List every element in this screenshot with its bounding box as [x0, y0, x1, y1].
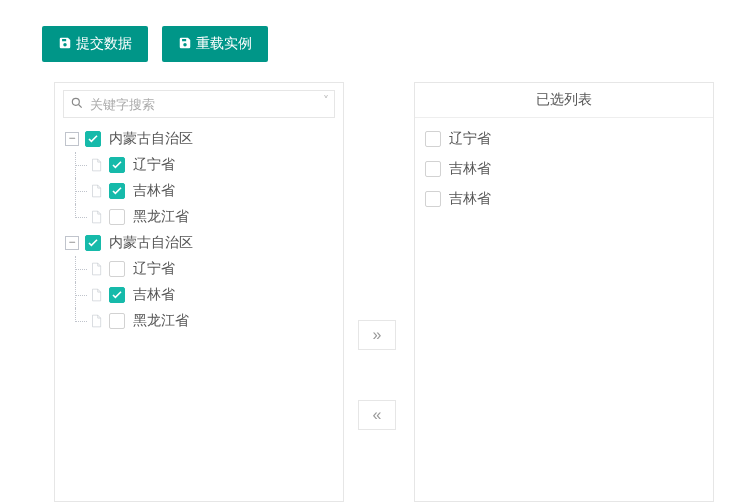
checkbox[interactable] — [109, 287, 125, 303]
checkbox[interactable] — [425, 131, 441, 147]
selected-list-panel: 已选列表 辽宁省 吉林省 吉林省 — [414, 82, 714, 502]
file-icon — [89, 314, 103, 328]
file-icon — [89, 210, 103, 224]
transfer-left-button[interactable]: « — [358, 400, 396, 430]
source-tree-panel: ˅ − 内蒙古自治区 辽宁省 吉林省 黑龙江省 − — [54, 82, 344, 502]
svg-line-1 — [79, 105, 82, 108]
chevron-double-right-icon: » — [373, 326, 382, 344]
checkbox[interactable] — [109, 157, 125, 173]
checkbox[interactable] — [109, 313, 125, 329]
tree-child-node[interactable]: 黑龙江省 — [61, 204, 337, 230]
tree: − 内蒙古自治区 辽宁省 吉林省 黑龙江省 − 内蒙古自治区 — [55, 122, 343, 340]
submit-button-label: 提交数据 — [76, 35, 132, 53]
tree-root-node[interactable]: − 内蒙古自治区 — [61, 230, 337, 256]
file-icon — [89, 184, 103, 198]
tree-node-label: 辽宁省 — [133, 260, 175, 278]
tree-node-label: 黑龙江省 — [133, 312, 189, 330]
tree-root-node[interactable]: − 内蒙古自治区 — [61, 126, 337, 152]
expander-icon[interactable]: − — [65, 132, 79, 146]
selected-list: 辽宁省 吉林省 吉林省 — [415, 118, 713, 220]
tree-node-label: 辽宁省 — [133, 156, 175, 174]
chevron-double-left-icon: « — [373, 406, 382, 424]
tree-child-node[interactable]: 吉林省 — [61, 178, 337, 204]
submit-button[interactable]: 提交数据 — [42, 26, 148, 62]
tree-node-label: 内蒙古自治区 — [109, 234, 193, 252]
reload-button-label: 重载实例 — [196, 35, 252, 53]
list-item-label: 吉林省 — [449, 160, 491, 178]
expander-icon[interactable]: − — [65, 236, 79, 250]
search-icon — [70, 96, 84, 110]
save-icon — [58, 36, 72, 53]
tree-child-node[interactable]: 辽宁省 — [61, 152, 337, 178]
reload-button[interactable]: 重载实例 — [162, 26, 268, 62]
file-icon — [89, 158, 103, 172]
tree-child-node[interactable]: 吉林省 — [61, 282, 337, 308]
search-input[interactable] — [63, 90, 335, 118]
checkbox[interactable] — [109, 183, 125, 199]
checkbox[interactable] — [85, 131, 101, 147]
checkbox[interactable] — [425, 161, 441, 177]
transfer-right-button[interactable]: » — [358, 320, 396, 350]
checkbox[interactable] — [109, 261, 125, 277]
checkbox[interactable] — [425, 191, 441, 207]
file-icon — [89, 262, 103, 276]
selected-list-header: 已选列表 — [415, 83, 713, 118]
list-item[interactable]: 吉林省 — [425, 154, 703, 184]
toolbar: 提交数据 重载实例 — [42, 26, 268, 62]
search-wrap: ˅ — [63, 90, 335, 118]
svg-point-0 — [72, 98, 79, 105]
search-clear-icon[interactable]: ˅ — [323, 94, 329, 108]
list-item-label: 辽宁省 — [449, 130, 491, 148]
file-icon — [89, 288, 103, 302]
list-item[interactable]: 吉林省 — [425, 184, 703, 214]
tree-node-label: 黑龙江省 — [133, 208, 189, 226]
save-icon — [178, 36, 192, 53]
list-item[interactable]: 辽宁省 — [425, 124, 703, 154]
checkbox[interactable] — [109, 209, 125, 225]
list-item-label: 吉林省 — [449, 190, 491, 208]
checkbox[interactable] — [85, 235, 101, 251]
tree-node-label: 吉林省 — [133, 182, 175, 200]
tree-child-node[interactable]: 黑龙江省 — [61, 308, 337, 334]
tree-node-label: 内蒙古自治区 — [109, 130, 193, 148]
tree-child-node[interactable]: 辽宁省 — [61, 256, 337, 282]
tree-node-label: 吉林省 — [133, 286, 175, 304]
